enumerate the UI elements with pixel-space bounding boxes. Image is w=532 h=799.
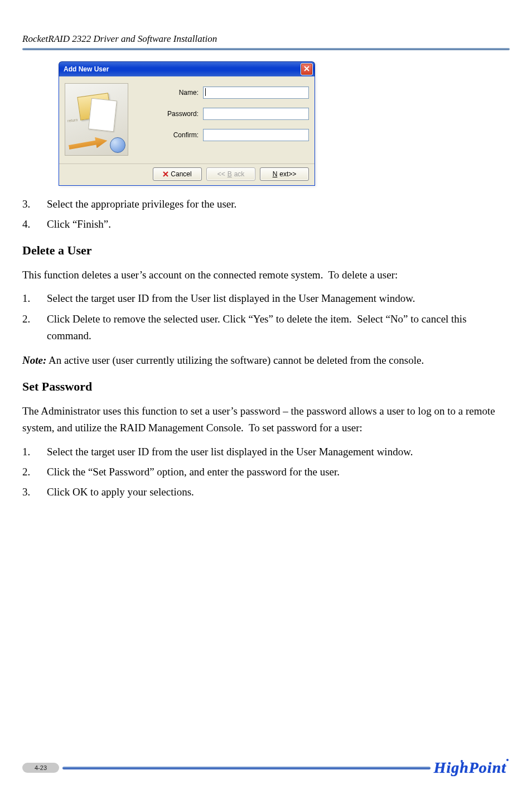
list-item: 1. Select the target user ID from the us…: [22, 444, 510, 460]
list-item: 2. Click the “Set Password” option, and …: [22, 464, 510, 480]
close-button[interactable]: [301, 63, 313, 75]
wizard-illustration: return: [65, 83, 128, 156]
list-number: 1.: [22, 290, 47, 307]
list-text: Select the appropriate privileges for th…: [47, 196, 510, 213]
list-text: Click Delete to remove the selected user…: [47, 311, 510, 345]
name-input[interactable]: [203, 86, 309, 99]
running-header: RocketRAID 2322 Driver and Software Inst…: [22, 33, 510, 45]
password-label: Password:: [136, 110, 203, 118]
list-text: Select the target user ID from the User …: [47, 290, 510, 307]
cancel-button-label: Cancel: [171, 170, 191, 178]
note-text: An active user (user currently utilizing…: [46, 354, 424, 366]
list-item: 3. Click OK to apply your selections.: [22, 484, 510, 500]
list-number: 4.: [22, 216, 47, 233]
footer-divider: [62, 767, 431, 769]
back-button: <<Back: [206, 167, 255, 181]
screenshot-add-new-user-dialog: Add New User return: [59, 61, 510, 186]
setpw-steps: 1. Select the target user ID from the us…: [22, 444, 510, 501]
list-number: 3.: [22, 196, 47, 213]
brand-dot-icon: [461, 760, 463, 762]
name-label: Name:: [136, 89, 203, 97]
setpw-intro: The Administrator uses this function to …: [22, 403, 510, 437]
password-input[interactable]: [203, 108, 309, 120]
list-text: Click “Finish”.: [47, 216, 510, 233]
confirm-label: Confirm:: [136, 131, 203, 139]
next-underline: N: [273, 170, 278, 178]
note-label: Note:: [22, 354, 46, 366]
x-icon: [163, 171, 168, 177]
brand-dot-icon: [506, 759, 509, 761]
titlebar-title: Add New User: [64, 65, 301, 73]
page-footer: 4-23 HighPoint: [22, 759, 510, 777]
next-button[interactable]: Next>>: [260, 167, 309, 181]
heading-set-password: Set Password: [22, 379, 510, 394]
list-item: 4. Click “Finish”.: [22, 216, 510, 233]
delete-steps: 1. Select the target user ID from the Us…: [22, 290, 510, 344]
list-number: 2.: [22, 464, 47, 480]
heading-delete-user: Delete a User: [22, 243, 510, 258]
close-icon: [304, 65, 309, 73]
back-suffix: ack: [234, 170, 245, 178]
illustration-label: return: [67, 118, 78, 123]
list-number: 1.: [22, 444, 47, 460]
list-item: 2. Click Delete to remove the selected u…: [22, 311, 510, 345]
continuation-list: 3. Select the appropriate privileges for…: [22, 196, 510, 233]
confirm-input[interactable]: [203, 129, 309, 141]
back-prefix: <<: [217, 170, 225, 178]
list-number: 3.: [22, 484, 47, 500]
cancel-button[interactable]: Cancel: [153, 167, 202, 181]
list-number: 2.: [22, 311, 47, 345]
list-text: Select the target user ID from the user …: [47, 444, 510, 460]
titlebar: Add New User: [59, 61, 315, 76]
list-item: 3. Select the appropriate privileges for…: [22, 196, 510, 213]
note-paragraph: Note: An active user (user currently uti…: [22, 352, 510, 369]
list-text: Click the “Set Password” option, and ent…: [47, 464, 510, 480]
next-suffix: ext>>: [279, 170, 296, 178]
delete-intro: This function deletes a user’s account o…: [22, 267, 510, 283]
back-underline: B: [228, 170, 232, 178]
page-number: 4-23: [22, 763, 59, 773]
list-text: Click OK to apply your selections.: [47, 484, 510, 500]
brand-logo: HighPoint: [434, 759, 510, 777]
header-divider: [22, 48, 510, 50]
text-caret: [205, 88, 206, 96]
brand-text: HighPoint: [434, 759, 506, 776]
list-item: 1. Select the target user ID from the Us…: [22, 290, 510, 307]
